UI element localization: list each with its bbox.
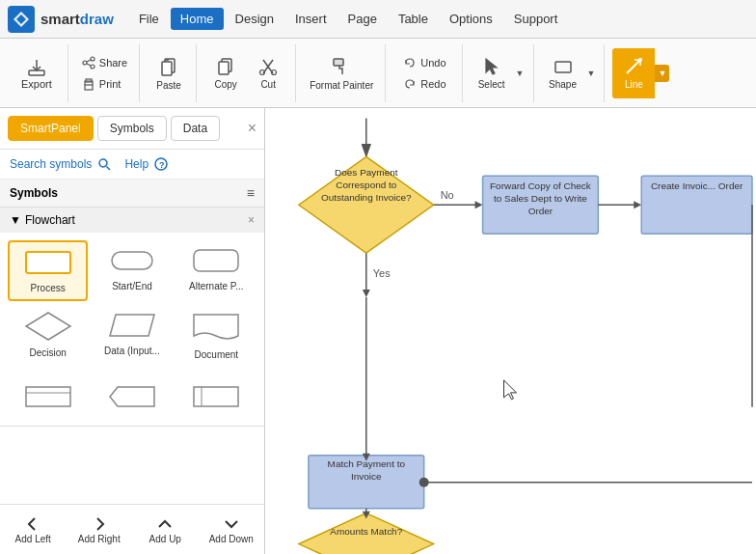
paste-button[interactable]: Paste (148, 48, 190, 98)
symbol-document[interactable]: Document (176, 305, 256, 366)
svg-point-6 (91, 65, 94, 69)
symbols-header: Symbols ≡ (0, 180, 264, 208)
menu-support[interactable]: Support (504, 8, 568, 30)
add-up-button[interactable]: Add Up (132, 511, 199, 548)
svg-marker-46 (504, 380, 517, 400)
redo-button[interactable]: Redo (397, 74, 451, 94)
tab-data[interactable]: Data (171, 116, 220, 141)
diamond1-text: Does Payment Correspond to Outstanding I… (309, 166, 424, 204)
symbol-extra-1[interactable] (8, 377, 88, 422)
print-icon (82, 77, 95, 91)
export-button[interactable]: Export (12, 48, 62, 98)
svg-rect-15 (219, 62, 229, 74)
select-dropdown-button[interactable]: ▼ (513, 65, 527, 82)
svg-marker-31 (26, 313, 70, 340)
svg-rect-30 (194, 250, 238, 271)
shape-button[interactable]: Shape (542, 48, 584, 98)
document-label: Document (195, 349, 239, 360)
symbol-extra-3[interactable] (176, 377, 256, 422)
export-icon (26, 57, 47, 78)
symbol-process[interactable]: Process (8, 240, 88, 301)
shape-label: Shape (549, 79, 577, 90)
panel-tabs: SmartPanel Symbols Data × (0, 108, 264, 150)
flowchart-close-icon[interactable]: × (248, 213, 255, 227)
hamburger-menu-button[interactable]: ≡ (247, 185, 255, 201)
symbol-alternate-process[interactable]: Alternate P... (176, 240, 256, 301)
help-link[interactable]: Help (124, 157, 148, 171)
line-group: Line ▼ (607, 44, 675, 102)
flowchart-section: ▼ Flowchart × Process (0, 208, 264, 427)
svg-line-22 (627, 60, 640, 73)
format-painter-button[interactable]: Format Painter (304, 48, 379, 98)
add-right-button[interactable]: Add Right (67, 511, 133, 548)
line-button[interactable]: Line (612, 48, 655, 98)
select-button[interactable]: Select (471, 48, 513, 98)
close-panel-button[interactable]: × (248, 120, 256, 137)
add-up-icon (155, 514, 175, 534)
panel-search-row: Search symbols Help ? (0, 150, 264, 180)
search-icon[interactable] (97, 157, 111, 171)
data-input-shape-icon (108, 311, 156, 342)
menu-design[interactable]: Design (226, 8, 284, 30)
panel-body: Symbols ≡ ▼ Flowchart × (0, 180, 264, 504)
menu-page[interactable]: Page (338, 8, 387, 30)
menu-table[interactable]: Table (389, 8, 438, 30)
svg-rect-21 (555, 62, 571, 72)
logo-text: smartdraw (40, 11, 114, 27)
symbols-title: Symbols (10, 186, 58, 200)
rect1-arrow (634, 201, 641, 208)
svg-point-24 (99, 159, 107, 167)
select-label: Select (478, 79, 505, 90)
format-painter-label: Format Painter (310, 80, 373, 91)
main-layout: SmartPanel Symbols Data × Search symbols… (0, 108, 756, 554)
startend-shape-icon (108, 246, 156, 277)
symbol-extra-2[interactable] (92, 377, 172, 422)
canvas-area[interactable]: Does Payment Correspond to Outstanding I… (265, 108, 756, 554)
add-down-button[interactable]: Add Down (199, 511, 265, 548)
tab-symbols[interactable]: Symbols (97, 116, 167, 141)
svg-point-5 (83, 61, 87, 65)
svg-text:?: ? (159, 160, 165, 170)
add-left-button[interactable]: Add Left (0, 511, 67, 548)
alternate-process-label: Alternate P... (189, 281, 244, 291)
line-dropdown-button[interactable]: ▼ (655, 65, 669, 82)
extra-shape-2-icon (108, 383, 156, 412)
add-down-icon (222, 514, 241, 534)
symbol-data-input[interactable]: Data (Input... (92, 305, 172, 366)
copy-cut-group: Copy Cut (199, 44, 296, 102)
shape-dropdown-button[interactable]: ▼ (584, 65, 599, 82)
copy-button[interactable]: Copy (204, 48, 247, 98)
tab-smartpanel[interactable]: SmartPanel (8, 116, 94, 141)
symbol-startend[interactable]: Start/End (92, 240, 172, 301)
menu-file[interactable]: File (129, 8, 169, 30)
undo-icon (403, 56, 417, 69)
symbols-grid: Process Start/End (0, 233, 264, 374)
flowchart-collapse-button[interactable]: ▼ Flowchart (10, 213, 75, 227)
cut-button[interactable]: Cut (247, 48, 289, 98)
export-label: Export (21, 78, 52, 90)
select-group: Select ▼ (465, 44, 534, 102)
undo-button[interactable]: Undo (397, 53, 451, 72)
menu-home[interactable]: Home (171, 8, 224, 30)
menu-options[interactable]: Options (440, 8, 502, 30)
export-group: Export (6, 44, 68, 102)
no-arrow (475, 201, 483, 208)
flowchart-label: Flowchart (25, 213, 75, 227)
svg-rect-9 (85, 85, 93, 90)
process-label: Process (31, 283, 66, 293)
symbol-decision[interactable]: Decision (8, 305, 88, 366)
help-icon: ? (154, 157, 168, 171)
svg-point-4 (91, 57, 94, 61)
select-icon (481, 56, 502, 77)
process-shape-icon (24, 248, 72, 279)
decision-label: Decision (29, 347, 66, 358)
menubar: smartdraw File Home Design Insert Page T… (0, 0, 756, 39)
print-button[interactable]: Print (76, 74, 133, 94)
extra-shape-1-icon (24, 383, 72, 412)
alternate-process-shape-icon (192, 246, 240, 277)
share-button[interactable]: Share (76, 53, 133, 72)
document-shape-icon (192, 311, 240, 346)
svg-rect-12 (162, 62, 172, 75)
search-symbols-link[interactable]: Search symbols (10, 157, 92, 171)
menu-insert[interactable]: Insert (285, 8, 337, 30)
